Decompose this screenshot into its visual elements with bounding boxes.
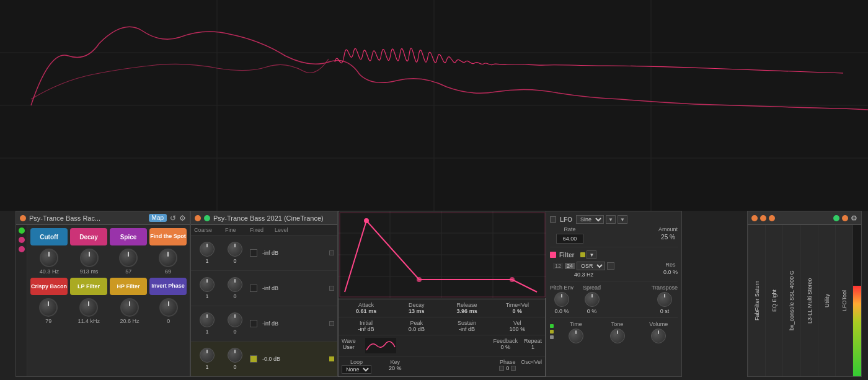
panel1-power-dot[interactable] (20, 215, 26, 221)
osc1-active-box[interactable] (329, 250, 334, 255)
spread-knob[interactable] (585, 292, 600, 307)
wave-value[interactable]: User (343, 344, 355, 350)
osc1-coarse-knob[interactable] (200, 242, 215, 257)
waveform-area (0, 0, 868, 211)
cutoff-button[interactable]: Cutoff (30, 228, 68, 245)
loop-label: Loop (350, 359, 363, 365)
plugin-item-fabfilter[interactable]: FabFilter Saturn (748, 225, 765, 376)
rate-value[interactable]: 64.00 (556, 234, 583, 244)
osc2-coarse-val: 1 (205, 293, 208, 299)
wave-label: Wave (342, 338, 356, 344)
hp-filter-button[interactable]: HP Filter (110, 278, 147, 295)
spice-knob[interactable] (119, 249, 138, 267)
freq-value[interactable]: 40.3 Hz (574, 272, 593, 278)
osc2-fixed-checkbox[interactable] (250, 285, 257, 292)
osc2-fine-knob[interactable] (228, 277, 242, 292)
amount-value[interactable]: 25 % (661, 234, 675, 241)
osc1-fine-knob[interactable] (228, 242, 242, 257)
pitch-env-knob[interactable] (554, 292, 569, 307)
map-button[interactable]: Map (149, 214, 167, 222)
tone-knob[interactable] (610, 329, 625, 343)
filter-mode-button[interactable] (607, 262, 614, 270)
lfo-sync-button[interactable]: ▼ (606, 215, 616, 224)
osc2-coarse-knob[interactable] (200, 277, 215, 292)
panel2-play-dot[interactable] (204, 215, 210, 221)
plugin-item-lfotool[interactable]: LFOTool (835, 225, 852, 376)
osc3-fixed-checkbox[interactable] (250, 320, 257, 327)
feedback-value[interactable]: 0 % (500, 344, 510, 350)
filter-type-dropdown[interactable]: ▼ (587, 250, 596, 259)
osc-vel-label: Osc<Vel (521, 359, 542, 365)
filter-24-label[interactable]: 24 (565, 263, 575, 269)
sustain-value[interactable]: -inf dB (459, 326, 475, 332)
right-panel-orange-dot[interactable] (842, 215, 848, 221)
osc4-fine-knob[interactable] (228, 348, 242, 363)
hp-knob[interactable] (120, 298, 139, 317)
lfo-mode-button[interactable]: ▼ (618, 215, 627, 224)
find-the-spot-button[interactable]: Find the Spot (149, 228, 187, 245)
right-panel-dot2[interactable] (760, 215, 766, 221)
time-knob[interactable] (569, 329, 583, 343)
filter-active-dot[interactable] (550, 252, 556, 258)
attack-value[interactable]: 0.61 ms (356, 308, 376, 314)
osr-dropdown[interactable]: OSR (577, 262, 605, 270)
osc4-fixed-checkbox[interactable] (250, 355, 257, 363)
phase-lock-box2[interactable] (511, 366, 516, 371)
decay-value[interactable]: 13 ms (409, 308, 425, 314)
pitch-env-value: 0.0 % (555, 308, 569, 314)
right-panel-settings-icon[interactable]: ⚙ (851, 214, 857, 223)
phase-lock-box[interactable] (499, 366, 504, 371)
filter-section: Filter ▼ 12 24 OSR 40.3 Hz Res (550, 250, 678, 278)
spot-knob[interactable] (159, 249, 177, 267)
plugin-item-eq-eight[interactable]: EQ Eight (765, 225, 782, 376)
cutoff-knob[interactable] (40, 249, 58, 267)
lp-knob[interactable] (79, 298, 98, 317)
crispy-knob[interactable] (39, 298, 58, 317)
right-panel-dot1[interactable] (751, 215, 758, 221)
peak-value[interactable]: 0.0 dB (409, 326, 425, 332)
plugin-item-bx-console[interactable]: bx_console SSL 4000 G (782, 225, 800, 376)
crispy-bacon-button[interactable]: Crispy Bacon (30, 278, 68, 295)
repeat-value[interactable]: 1 (531, 344, 534, 350)
panel2-synth: Psy-Trance Bass 2021 (CineTrance) Coarse… (190, 211, 338, 377)
osc4-coarse-knob[interactable] (200, 348, 215, 363)
panel2-power-dot[interactable] (195, 215, 201, 221)
key-value[interactable]: 20 % (389, 365, 402, 371)
panel1-settings-icon[interactable]: ⚙ (179, 214, 186, 223)
filter-12-label[interactable]: 12 (553, 263, 563, 269)
initial-value[interactable]: -inf dB (358, 326, 374, 332)
volume-knob[interactable] (651, 329, 666, 343)
right-panel-dot3[interactable] (769, 215, 775, 221)
osc2-active-box[interactable] (329, 286, 334, 291)
lfo-toggle[interactable] (550, 216, 556, 223)
release-value[interactable]: 3.96 ms (457, 308, 477, 314)
initial-label: Initial (360, 320, 373, 326)
plugin-item-utility[interactable]: Utility (818, 225, 835, 376)
loop-dropdown[interactable]: None (342, 365, 371, 374)
decay-knob[interactable] (80, 249, 99, 267)
time-vel-value[interactable]: 0 % (513, 308, 523, 314)
vel-value[interactable]: 100 % (510, 326, 526, 332)
right-panel-green-dot[interactable] (833, 215, 839, 221)
lp-filter-button[interactable]: LP Filter (70, 278, 107, 295)
crispy-value: 79 (45, 318, 51, 324)
osc3-fine-knob[interactable] (228, 312, 242, 327)
phase-knob[interactable] (159, 298, 178, 317)
transpose-knob[interactable] (657, 292, 672, 307)
panel4-lfo-filter: LFO Sine ▼ ▼ Rate 64.00 Amount 25 % (546, 211, 682, 377)
osc3-active-box[interactable] (329, 321, 334, 326)
wave-shape-display (365, 338, 396, 353)
osc1-fixed-checkbox[interactable] (250, 249, 257, 257)
osc4-active-box[interactable] (329, 356, 334, 361)
lfo-wave-dropdown[interactable]: Sine (576, 215, 604, 224)
invert-phase-button[interactable]: Invert Phase (149, 278, 187, 295)
panel1-refresh-icon[interactable]: ↺ (170, 214, 176, 223)
res-value[interactable]: 0.0 % (663, 269, 678, 275)
osc3-coarse-knob[interactable] (200, 312, 215, 327)
plugin-item-l3ll[interactable]: L3-LL Multi Stereo (800, 225, 818, 376)
osc3-fine-val: 0 (233, 329, 236, 335)
col-fixed: Fixed (250, 227, 275, 233)
decay-button[interactable]: Decay (70, 228, 107, 245)
hp-value: 20.6 Hz (120, 318, 139, 324)
spice-button[interactable]: Spice (110, 228, 147, 245)
